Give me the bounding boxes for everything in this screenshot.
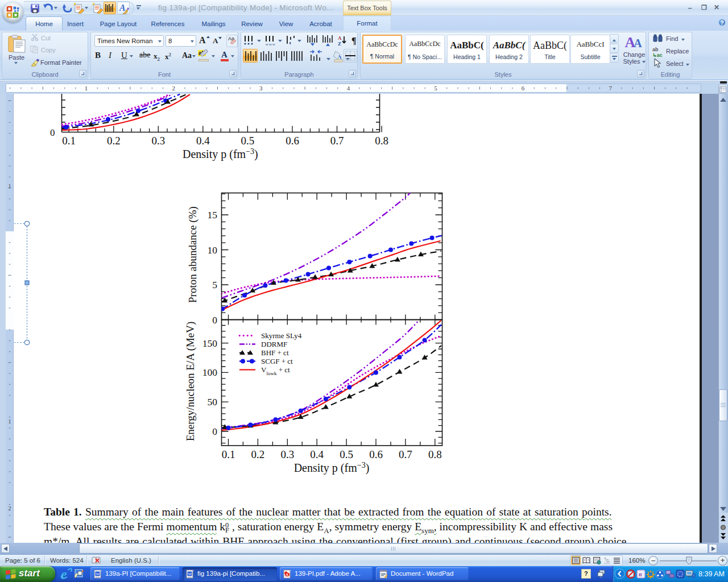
svg-text:0.2: 0.2 xyxy=(251,448,265,460)
svg-text:100: 100 xyxy=(202,367,218,378)
svg-text:0.1: 0.1 xyxy=(62,135,76,147)
svg-text:M: M xyxy=(269,43,272,46)
svg-text:A: A xyxy=(338,35,342,41)
svg-text:Z: Z xyxy=(338,41,341,47)
svg-text:6: 6 xyxy=(522,85,525,92)
svg-text:150: 150 xyxy=(202,338,218,349)
svg-text:3: 3 xyxy=(259,85,263,92)
svg-text:W: W xyxy=(188,572,192,576)
svg-text:0.3: 0.3 xyxy=(280,448,294,460)
svg-text:0.1: 0.1 xyxy=(222,448,235,460)
svg-text:A: A xyxy=(286,572,288,577)
svg-text:1: 1 xyxy=(85,85,88,92)
svg-text:0.7: 0.7 xyxy=(399,448,412,460)
svg-text:1: 1 xyxy=(9,183,11,189)
svg-text:0.5: 0.5 xyxy=(241,135,255,147)
svg-text:0.8: 0.8 xyxy=(375,135,388,147)
svg-text:SCGF + ct: SCGF + ct xyxy=(261,357,293,365)
svg-text:Vlowk + ct: Vlowk + ct xyxy=(261,365,290,376)
svg-text:¶: ¶ xyxy=(351,36,357,45)
svg-text:0.7: 0.7 xyxy=(330,135,344,147)
svg-text:0.4: 0.4 xyxy=(310,448,324,460)
svg-text:4: 4 xyxy=(347,85,350,92)
svg-text:▮: ▮ xyxy=(289,41,291,44)
svg-text:1: 1 xyxy=(9,418,11,425)
svg-text:M: M xyxy=(266,43,268,46)
svg-text:Density p (fm−3): Density p (fm−3) xyxy=(294,461,370,475)
svg-text:M: M xyxy=(272,43,275,46)
svg-text:Density p (fm−3): Density p (fm−3) xyxy=(183,147,258,161)
svg-text:7: 7 xyxy=(609,85,612,92)
svg-text:Proton abundance (%): Proton abundance (%) xyxy=(187,206,199,303)
svg-text:0: 0 xyxy=(212,426,217,437)
svg-text:0.4: 0.4 xyxy=(196,135,210,147)
svg-text:50: 50 xyxy=(208,396,218,408)
svg-text:n: n xyxy=(639,571,642,577)
svg-text:DDRMF: DDRMF xyxy=(261,340,287,348)
svg-text:0: 0 xyxy=(50,127,55,138)
svg-text:10: 10 xyxy=(208,244,218,256)
svg-text:5: 5 xyxy=(212,279,217,290)
svg-text:0.6: 0.6 xyxy=(369,448,383,460)
svg-text:15: 15 xyxy=(208,209,218,221)
svg-text:5: 5 xyxy=(434,85,437,92)
svg-text:0.3: 0.3 xyxy=(151,135,165,147)
svg-text:0.2: 0.2 xyxy=(107,135,121,147)
svg-text:0.8: 0.8 xyxy=(428,448,442,460)
svg-text:BHF + ct: BHF + ct xyxy=(261,348,289,357)
svg-text:W: W xyxy=(96,572,100,576)
svg-text:0.6: 0.6 xyxy=(286,135,299,147)
svg-text:2: 2 xyxy=(172,85,175,92)
svg-text:0: 0 xyxy=(212,314,217,326)
svg-text:Energy/nucleon E/A (MeV): Energy/nucleon E/A (MeV) xyxy=(184,322,197,442)
svg-text:2: 2 xyxy=(9,505,11,512)
svg-text:0.5: 0.5 xyxy=(340,448,353,460)
svg-text:Skyrme SLy4: Skyrme SLy4 xyxy=(261,331,302,340)
